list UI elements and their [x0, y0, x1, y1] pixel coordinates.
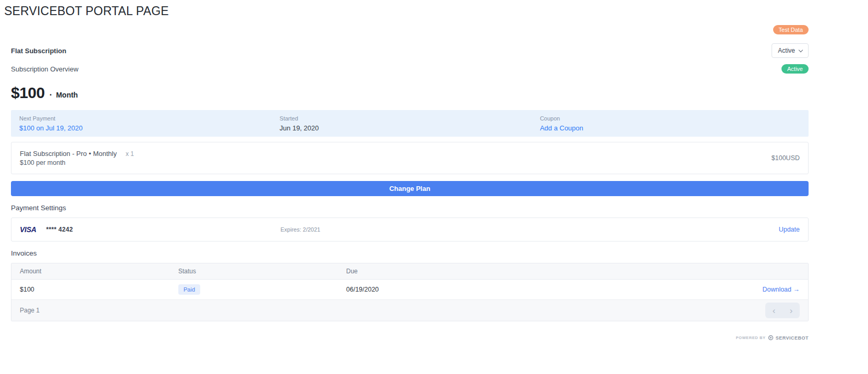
coupon-label: Coupon	[540, 115, 800, 122]
change-plan-button[interactable]: Change Plan	[11, 181, 809, 196]
subscription-status-badge: Active	[781, 64, 809, 74]
subscription-status-dropdown-value: Active	[778, 47, 795, 54]
invoice-download-link[interactable]: Download →	[762, 286, 800, 293]
servicebot-logo-icon	[768, 335, 774, 341]
chevron-down-icon	[799, 47, 803, 52]
page-indicator: Page 1	[20, 307, 40, 314]
plan-price-detail: $100 per month	[20, 159, 134, 166]
price-line: $100 · Month	[11, 84, 809, 102]
plan-quantity: x 1	[126, 150, 134, 158]
add-coupon-link[interactable]: Add a Coupon	[540, 124, 800, 132]
started-value: Jun 19, 2020	[279, 124, 540, 132]
powered-by-label: POWERED BY	[736, 335, 765, 340]
invoices-heading: Invoices	[11, 249, 809, 257]
card-expires: Expires: 2/2021	[280, 226, 779, 233]
next-page-button[interactable]: ›	[783, 303, 800, 318]
subscription-status-dropdown[interactable]: Active	[772, 43, 809, 58]
payment-method-card: VISA **** 4242 Expires: 2/2021 Update	[11, 218, 809, 242]
pagination-controls: ‹ ›	[765, 303, 800, 318]
card-number: **** 4242	[46, 226, 72, 233]
download-label: Download	[762, 286, 791, 293]
powered-by-footer: POWERED BY SERVICEBOT	[736, 335, 809, 341]
price-interval: Month	[56, 91, 78, 99]
subscription-name: Flat Subscription	[11, 47, 66, 55]
visa-logo: VISA	[20, 225, 36, 234]
subscription-info-bar: Next Payment $100 on Jul 19, 2020 Starte…	[11, 110, 809, 137]
plan-line-item-details: Flat Subscription - Pro • Monthlyx 1 $10…	[20, 150, 134, 166]
price-amount: $100	[11, 84, 45, 102]
plan-total: $100USD	[772, 154, 800, 162]
next-payment-value: $100 on Jul 19, 2020	[19, 124, 279, 132]
invoice-row: $100 Paid 06/19/2020 Download →	[11, 280, 808, 300]
arrow-right-icon: →	[793, 286, 800, 293]
invoices-table-header: Amount Status Due	[11, 263, 808, 280]
price-separator: ·	[50, 90, 53, 100]
card-identity: VISA **** 4242	[20, 225, 280, 234]
update-card-link[interactable]: Update	[779, 226, 800, 233]
plan-line-item: Flat Subscription - Pro • Monthlyx 1 $10…	[11, 142, 809, 174]
column-header-status: Status	[178, 268, 346, 275]
page-title: SERVICEBOT PORTAL PAGE	[4, 4, 868, 18]
next-payment-label: Next Payment	[19, 115, 279, 122]
invoices-table-footer: Page 1 ‹ ›	[11, 300, 808, 321]
previous-page-button[interactable]: ‹	[765, 303, 783, 318]
invoices-table: Amount Status Due $100 Paid 06/19/2020 D…	[11, 263, 809, 321]
invoice-amount: $100	[20, 286, 178, 293]
started-label: Started	[279, 115, 540, 122]
test-data-badge: Test Data	[773, 25, 809, 34]
main-content: Test Data Flat Subscription Active Subsc…	[11, 25, 809, 341]
invoice-due-date: 06/19/2020	[346, 286, 762, 293]
coupon-section: Coupon Add a Coupon	[540, 115, 800, 132]
subscription-overview-label: Subscription Overview	[11, 65, 78, 73]
payment-settings-heading: Payment Settings	[11, 204, 809, 212]
plan-name: Flat Subscription - Pro • Monthly	[20, 150, 117, 158]
invoice-status-badge: Paid	[178, 284, 200, 295]
next-payment-section: Next Payment $100 on Jul 19, 2020	[19, 115, 279, 132]
started-section: Started Jun 19, 2020	[279, 115, 540, 132]
column-header-amount: Amount	[20, 268, 178, 275]
servicebot-brand: SERVICEBOT	[776, 335, 809, 341]
column-header-due: Due	[346, 268, 800, 275]
